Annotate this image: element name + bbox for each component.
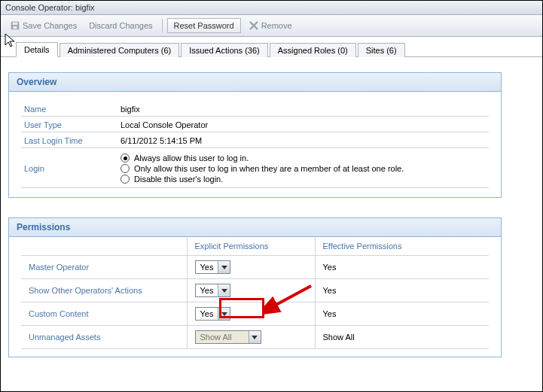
toolbar: Save Changes Discard Changes Reset Passw… (1, 15, 542, 37)
chevron-down-icon (249, 331, 261, 343)
overview-table: Name bigfix User Type Local Console Oper… (21, 101, 489, 188)
tab-assigned-roles[interactable]: Assigned Roles (0) (270, 43, 356, 57)
radio-icon (120, 175, 130, 184)
effective-permission-value: Show All (315, 326, 489, 349)
tab-issued-actions[interactable]: Issued Actions (36) (181, 43, 268, 57)
label-usertype: User Type (21, 117, 117, 132)
annotation-highlight (219, 298, 264, 318)
radio-icon (120, 164, 130, 173)
select-value: Yes (196, 285, 218, 296)
select-value: Yes (196, 262, 218, 272)
header-effective: Effective Permissions (315, 237, 489, 256)
label-login: Login (21, 148, 117, 188)
perm-label: Unmanaged Assets (21, 326, 187, 349)
login-option-disable[interactable]: Disable this user's login. (120, 175, 486, 184)
toolbar-separator (162, 19, 163, 32)
login-option-role[interactable]: Only allow this user to log in when they… (120, 164, 486, 173)
header-explicit: Explicit Permissions (187, 237, 315, 256)
permissions-panel: Permissions Explicit Permissions Effecti… (8, 217, 502, 357)
details-panel-content: Overview Name bigfix User Type Local Con… (1, 57, 542, 387)
table-row: Master OperatorYesYes (21, 256, 489, 279)
discard-changes-button[interactable]: Discard Changes (84, 19, 157, 32)
value-lastlogin: 6/11/2012 5:14:15 PM (117, 132, 489, 148)
value-usertype: Local Console Operator (117, 117, 489, 132)
label-name: Name (21, 101, 117, 117)
effective-permission-value: Yes (315, 256, 489, 279)
window-title: Console Operator: bigfix (5, 3, 95, 12)
tab-issued-label: Issued Actions (36) (189, 46, 260, 55)
remove-icon (249, 20, 259, 31)
save-changes-button[interactable]: Save Changes (5, 18, 81, 33)
tab-administered-computers[interactable]: Administered Computers (6) (59, 43, 180, 57)
window-titlebar: Console Operator: bigfix (1, 1, 542, 15)
discard-label: Discard Changes (89, 21, 152, 30)
value-name: bigfix (117, 101, 489, 117)
select-value: Show All (196, 332, 249, 342)
radio-icon (120, 153, 130, 163)
svg-rect-1 (13, 23, 18, 26)
remove-button[interactable]: Remove (244, 18, 297, 33)
effective-permission-value: Yes (315, 279, 489, 302)
permissions-table: Explicit Permissions Effective Permissio… (21, 237, 489, 349)
login-option-always[interactable]: Always allow this user to log in. (120, 153, 486, 163)
perm-label: Show Other Operators' Actions (21, 279, 187, 302)
overview-panel: Overview Name bigfix User Type Local Con… (8, 72, 502, 198)
tab-adm-label: Administered Computers (6) (68, 46, 172, 55)
chevron-down-icon (218, 284, 230, 296)
tab-details[interactable]: Details (16, 42, 58, 57)
svg-rect-2 (13, 26, 17, 29)
chevron-down-icon (218, 261, 230, 273)
tab-sites[interactable]: Sites (6) (358, 43, 405, 57)
label-lastlogin: Last Login Time (21, 132, 117, 148)
save-label: Save Changes (23, 21, 77, 30)
explicit-permission-select: Show All (195, 330, 261, 344)
explicit-permission-select[interactable]: Yes (195, 284, 231, 297)
perm-label: Master Operator (21, 256, 187, 279)
tab-details-label: Details (24, 45, 50, 54)
effective-permission-value: Yes (315, 302, 489, 326)
login-disable-label: Disable this user's login. (134, 175, 223, 184)
perm-label: Custom Content (21, 302, 187, 326)
login-always-label: Always allow this user to log in. (134, 153, 249, 163)
explicit-permission-select[interactable]: Yes (195, 260, 231, 274)
tab-roles-label: Assigned Roles (0) (278, 46, 348, 55)
reset-password-button[interactable]: Reset Password (167, 18, 241, 33)
overview-heading: Overview (9, 73, 501, 92)
permissions-heading: Permissions (9, 218, 501, 237)
remove-label: Remove (261, 21, 292, 30)
save-icon (10, 20, 20, 31)
tab-sites-label: Sites (6) (366, 46, 397, 55)
table-row: Unmanaged AssetsShow AllShow All (21, 326, 489, 349)
login-role-label: Only allow this user to log in when they… (134, 164, 404, 173)
reset-label: Reset Password (174, 21, 234, 30)
select-value: Yes (196, 308, 218, 319)
tab-strip: Details Administered Computers (6) Issue… (1, 37, 542, 57)
